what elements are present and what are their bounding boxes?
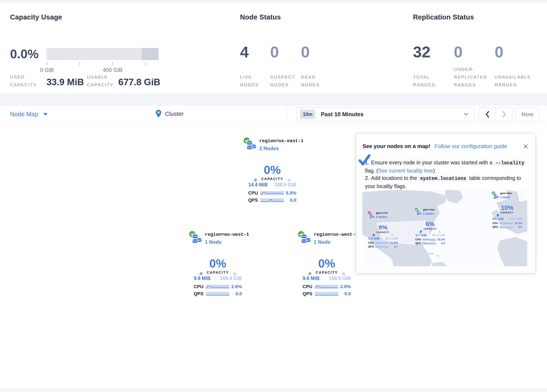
capacity-percent: 6% [425,220,435,227]
axis-tick-label: 400 GiB [100,67,125,73]
region-name: region=us-west-1 [314,232,358,237]
qps-row: QPS 0.0 [491,225,524,228]
capacity-bar-nonusable-segment [142,48,158,60]
time-prev-button[interactable] [479,108,496,121]
axis-tick [145,62,146,65]
total-capacity: 169.5 GiB [329,275,351,281]
qps-label: QPS [194,291,206,296]
geo-name: geo=nyc [423,208,435,211]
capacity-gauge: 0% CAPACITY [304,245,350,275]
time-range-dropdown[interactable]: 10m Past 10 Minutes [296,107,475,121]
breadcrumb: Cluster [155,109,184,118]
view-selector-node-map[interactable]: Node Map [10,111,48,118]
qps-sparkline [260,198,284,202]
axis-tick [112,62,113,65]
axis-tick [47,62,47,65]
cpu-label: CPU [492,221,499,225]
close-icon[interactable] [523,144,529,149]
used-capacity-value: 33.9 MiB [47,77,84,87]
capacity-percent: 0% [209,257,226,270]
database-stack-icon [300,234,312,245]
qps-row: QPS 0.0 [414,242,446,245]
time-nav-buttons [479,107,513,121]
geo-name: geo=ams [500,192,512,195]
total-ranges-label: TOTAL RANGES [413,73,442,89]
database-stack-icon [369,213,375,219]
qps-sparkline [315,292,338,296]
cpu-value: 2.6% [229,284,242,289]
node-map-panel: Node Map Cluster 10m Past 10 Minutes Now [0,105,547,389]
chevron-down-icon [463,112,469,117]
popup-header: See your nodes on a map! Follow our conf… [356,134,535,159]
capacity-word: CAPACITY [261,177,283,181]
axis-tick-label: 0 GiB [36,67,57,73]
capacity-gauge: 9% CAPACITY [370,220,396,236]
cpu-row: CPU 11.0% [367,241,399,244]
map-pin-icon [155,109,162,118]
suspect-nodes-label: SUSPECT NODES [270,73,298,89]
qps-label: QPS [368,245,375,248]
capacity-word: CAPACITY [424,228,437,230]
qps-sparkline [206,292,229,296]
capacity-percent: 9% [378,224,387,231]
usable-capacity-label: USABLE CAPACITY [87,73,123,89]
capacity-usage-bar [47,48,158,60]
node-map-config-popup: See your nodes on a map! Follow our conf… [356,133,535,273]
qps-label: QPS [248,198,260,203]
step-text: Ensure every node in your cluster was st… [371,159,494,165]
geo-node-count: 2 Nodes [376,215,387,219]
unavailable-ranges-label: UNAVAILABLE RANGES [495,73,537,89]
capacity-percent: 0% [318,257,335,270]
qps-row: QPS 0.0 [301,291,353,296]
popup-step-1: 1.Ensure every node in your cluster was … [365,159,526,174]
qps-row: QPS 0.0 [191,291,244,296]
popup-step-2: 2.Add locations to the system.locations … [365,174,526,190]
configuration-guide-link[interactable]: Follow our configuration guide [435,143,507,150]
unavailable-ranges-value: 0 [495,43,503,61]
axis-tick [80,62,80,65]
region-node-count[interactable]: 2 Nodes [259,145,279,151]
total-capacity: 338.9 GiB [274,182,296,188]
replication-status-title: Replication Status [413,13,474,21]
capacity-percent: 10% [501,204,513,211]
now-button[interactable]: Now [516,107,539,121]
region-node-count[interactable]: 1 Node [205,239,222,245]
cpu-value: 11.0% [389,241,398,244]
breadcrumb-cluster[interactable]: Cluster [165,110,184,117]
used-capacity: 9.6 MiB [303,275,320,281]
capacity-word: CAPACITY [501,211,514,214]
region-name: region=us-east-1 [259,138,303,144]
cpu-row: CPU 2.6% [191,284,244,289]
capacity-gauge: 0% CAPACITY [249,151,295,182]
cpu-value: 5.5% [284,190,296,196]
capacity-values: 9.9 MiB 169.4 GiB [191,275,244,281]
time-next-button[interactable] [496,108,512,121]
capacity-values: 3.7 GiB 65.7 GiB [414,233,446,237]
capacity-word: CAPACITY [316,271,338,275]
capacity-gauge: 10% CAPACITY [495,200,520,217]
qps-value: 4.7 [389,245,398,248]
time-range-value: Past 10 Minutes [321,111,363,118]
step-number: 2. [365,175,369,181]
cpu-value: 12.3% [513,221,522,225]
used-capacity: 9.9 MiB [194,275,211,281]
locality-tree-link[interactable]: See current locality tree [378,168,433,174]
capacity-values: 3.2 GiB 35.1 GiB [367,237,399,241]
code-chip-locality: --locality [494,160,526,166]
chevron-right-icon [500,110,508,118]
capacity-values: 9.6 MiB 169.5 GiB [301,275,353,281]
qps-row: QPS 4.7 [367,245,399,248]
cpu-value: 2.8% [338,284,351,289]
total-capacity: 169.4 GiB [220,275,242,281]
capacity-usage-title: Capacity Usage [10,13,62,21]
used-capacity: 3.2 GiB [368,237,379,241]
region-node-count[interactable]: 1 Node [314,239,330,245]
used-capacity: 3.7 GiB [415,233,426,237]
qps-sparkline [499,226,513,228]
usable-capacity-value: 677.8 GiB [118,77,160,87]
qps-value: 0.0 [513,225,522,228]
database-stack-icon [416,210,422,216]
cpu-label: CPU [194,284,206,289]
qps-value: 0.0 [338,291,351,296]
code-chip-system-locations: system.locations [418,176,468,182]
